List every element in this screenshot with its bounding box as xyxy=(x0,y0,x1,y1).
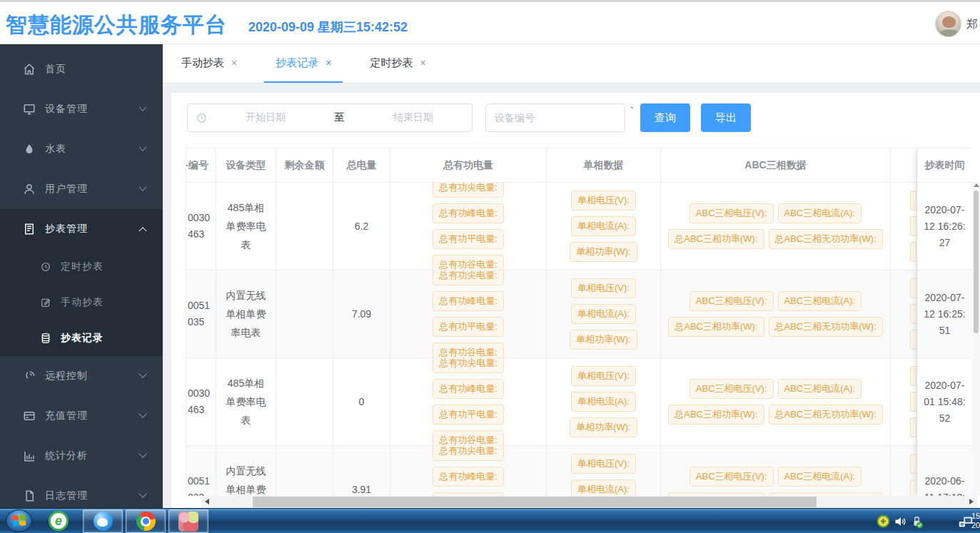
tag-peak-energy: 总有功尖电量: xyxy=(433,270,504,285)
taskbar-clock[interactable]: 15:42 2020/9/9 xyxy=(971,512,980,532)
col-header-device-type: 设备类型 xyxy=(216,148,276,182)
photo-viewer-icon xyxy=(178,512,198,532)
close-icon[interactable]: × xyxy=(231,57,237,68)
abc-phase-tags: ABC三相电压(V): ABC三相电流(A): 总ABC三相功率(W): 总AB… xyxy=(661,200,890,252)
horizontal-scrollbar[interactable] xyxy=(201,496,977,508)
volume-tray-icon[interactable] xyxy=(894,514,908,529)
app-header: 智慧能源公共服务平台 2020-09-09 星期三15:42:52 郑 xyxy=(0,0,980,44)
header-datetime: 2020-09-09 星期三15:42:52 xyxy=(248,19,408,36)
query-button[interactable]: 查询 xyxy=(640,103,690,132)
single-phase-tags: 单相电压(V): 单相电流(A): 单相功率(W): xyxy=(566,363,641,440)
content-area: 开始日期 至 结束日期 ` 查询 导出 设备编号 设备类型 剩余金额 总电量 总… xyxy=(163,83,980,508)
edit-icon xyxy=(40,297,51,308)
tag-peak-energy: 总有功尖电量: xyxy=(433,446,504,461)
sidebar-item-log-mgmt[interactable]: 日志管理 xyxy=(0,476,163,508)
app-title: 智慧能源公共服务平台 xyxy=(6,11,227,40)
tag-valley-energy: 总有功谷电量: xyxy=(433,430,504,445)
sidebar-item-scheduled-reading[interactable]: 定时抄表 xyxy=(0,249,163,285)
date-range-picker[interactable]: 开始日期 至 结束日期 xyxy=(187,103,473,132)
tag-flat-energy: 总有功平电量: xyxy=(433,229,504,249)
content-card: 开始日期 至 结束日期 ` 查询 导出 设备编号 设备类型 剩余金额 总电量 总… xyxy=(171,93,980,508)
cell-device-type: 内置无线单相单费率电表 xyxy=(216,270,276,357)
log-icon xyxy=(23,489,36,502)
chevron-down-icon xyxy=(138,370,146,378)
scroll-left-arrow-icon[interactable] xyxy=(205,499,209,504)
sidebar-item-user-mgmt[interactable]: 用户管理 xyxy=(0,169,163,209)
horizontal-scrollbar-thumb[interactable] xyxy=(253,497,817,507)
sidebar-item-home[interactable]: 首页 xyxy=(0,49,163,89)
fixed-time-column: 抄表时间 2020-07-12 16:26:27 2020-07-12 16:2… xyxy=(917,148,972,496)
photo-viewer-taskbar-button[interactable] xyxy=(168,509,208,533)
tag-current: 单相电流(A): xyxy=(571,304,636,324)
tag-high-energy: 总有功峰电量: xyxy=(433,379,504,399)
close-icon[interactable]: × xyxy=(420,57,425,68)
sidebar-item-device-mgmt[interactable]: 设备管理 xyxy=(0,89,163,129)
droplet-icon xyxy=(23,143,36,156)
windows-start-button[interactable] xyxy=(6,509,32,532)
table-row: 0030463 485单相单费率电表 0 总有功尖电量: 总有功峰电量: 总有功… xyxy=(186,358,917,446)
clock-icon xyxy=(196,113,207,123)
col-header-active-energy: 总有功电量 xyxy=(390,148,547,182)
scroll-right-arrow-icon[interactable] xyxy=(969,499,974,504)
vertical-scrollbar-thumb[interactable] xyxy=(974,191,979,333)
sidebar-item-label: 水表 xyxy=(45,143,66,156)
tag-abc-power: 总ABC三相功率(W): xyxy=(668,229,764,249)
tag-abc-reactive-power: 总ABC三相无功功率(W): xyxy=(769,405,883,425)
table-row: 0051035 内置无线单相单费率电表 7.09 总有功尖电量: 总有功峰电量:… xyxy=(186,270,917,358)
tag-voltage: 单相电压(V): xyxy=(571,191,636,210)
single-phase-tags: 单相电压(V): 单相电流(A): 单相功率(W): xyxy=(566,275,641,352)
cell-reading-time: 2020-06-11 17:10: xyxy=(917,446,972,496)
avatar[interactable] xyxy=(935,11,961,37)
vertical-scrollbar[interactable] xyxy=(972,182,980,496)
card-icon xyxy=(23,410,36,422)
cell-balance xyxy=(276,270,333,357)
cell-device-type: 内置无线单相单费率电表 xyxy=(216,446,276,496)
header-username[interactable]: 郑 xyxy=(966,17,980,32)
sidebar-item-water-meter[interactable]: 水表 xyxy=(0,129,163,169)
sidebar-item-manual-reading[interactable]: 手动抄表 xyxy=(0,285,163,320)
start-date-input[interactable]: 开始日期 xyxy=(207,111,325,124)
tab-label: 抄表记录 xyxy=(276,56,318,70)
sidebar-item-label: 统计分析 xyxy=(45,450,88,462)
sidebar-item-recharge-mgmt[interactable]: 充值管理 xyxy=(0,396,163,436)
windows-logo-icon xyxy=(11,514,26,527)
close-icon[interactable]: × xyxy=(325,57,331,68)
tag-abc-current: ABC三相电流(A): xyxy=(778,291,862,311)
tag-power: 单相功率(W): xyxy=(570,417,637,437)
table-row: 0030463 485单相单费率电表 6.2 总有功尖电量: 总有功峰电量: 总… xyxy=(186,183,917,270)
360-safety-tray-icon[interactable] xyxy=(876,514,891,529)
tag-abc-power: 总ABC三相功率(W): xyxy=(668,317,764,337)
tab-reading-records[interactable]: 抄表记录 × xyxy=(264,44,343,83)
end-date-input[interactable]: 结束日期 xyxy=(355,111,473,124)
sidebar: 首页 设备管理 水表 用户管理 抄表管理 定时抄表 手动抄表 抄表记录 xyxy=(0,44,163,508)
tab-scheduled-reading[interactable]: 定时抄表 × xyxy=(358,44,437,83)
tag-abc-current: ABC三相电流(A): xyxy=(778,379,862,399)
chrome-taskbar-button[interactable] xyxy=(126,509,166,533)
qq-browser-taskbar-button[interactable] xyxy=(83,509,123,533)
usb-device-tray-icon[interactable] xyxy=(909,514,924,529)
cell-device-id: 0030463 xyxy=(186,358,216,445)
tag-abc-current: ABC三相电流(A): xyxy=(778,203,862,223)
sidebar-item-statistics[interactable]: 统计分析 xyxy=(0,436,163,476)
sidebar-item-meter-reading-mgmt[interactable]: 抄表管理 xyxy=(0,209,163,249)
sidebar-item-label: 日志管理 xyxy=(45,489,88,502)
device-id-input[interactable] xyxy=(485,103,625,132)
clipped-tags xyxy=(891,451,916,496)
table-header-row: 设备编号 设备类型 剩余金额 总电量 总有功电量 单相数据 ABC三相数据 xyxy=(186,148,917,183)
sidebar-item-reading-records[interactable]: 抄表记录 xyxy=(0,320,163,356)
scroll-up-arrow-icon[interactable] xyxy=(974,183,979,187)
tag-peak-energy: 总有功尖电量: xyxy=(433,358,504,373)
tab-manual-reading[interactable]: 手动抄表 × xyxy=(170,44,248,83)
sidebar-item-remote-control[interactable]: 远程控制 xyxy=(0,356,163,396)
export-button[interactable]: 导出 xyxy=(701,103,751,132)
cell-total-energy: 6.2 xyxy=(333,183,390,270)
tag-abc-voltage: ABC三相电压(V): xyxy=(689,203,774,223)
ie-green-browser-icon[interactable]: e xyxy=(49,511,69,531)
taskbar: e 15:42 2020/9/9 xyxy=(0,508,980,533)
clock-icon xyxy=(40,261,51,273)
tag-high-energy: 总有功峰电量: xyxy=(433,467,504,487)
tag-voltage: 单相电压(V): xyxy=(571,366,636,386)
clipped-tags xyxy=(891,188,916,265)
meter-icon xyxy=(23,223,36,235)
clipped-tags xyxy=(891,363,916,440)
